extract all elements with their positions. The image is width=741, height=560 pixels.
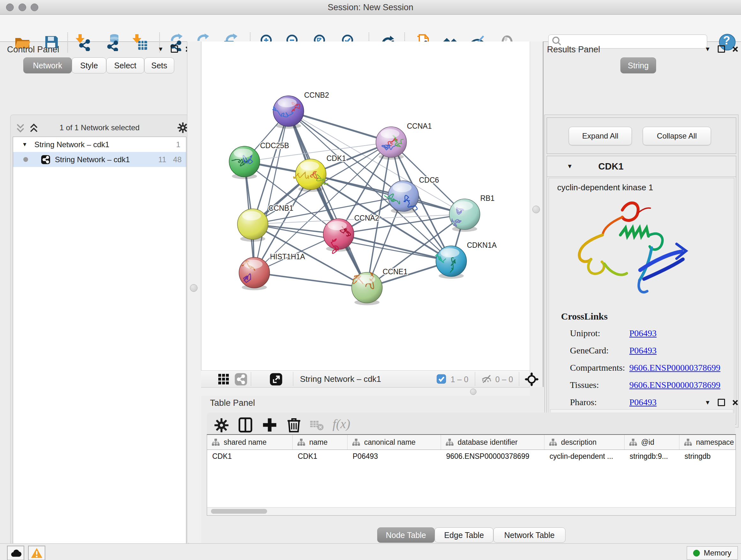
- collapse-panel-icon[interactable]: ▼: [704, 399, 711, 406]
- node-label-CDC25B: CDC25B: [260, 141, 289, 150]
- tab-select[interactable]: Select: [106, 57, 144, 73]
- node-HIST1H1A[interactable]: HIST1H1A: [239, 253, 306, 290]
- network-view-canvas[interactable]: CCNB2CCNA1CDC25BCDK1CDC6RB1CCNB1CCNA2CDK…: [201, 42, 530, 370]
- detach-view-icon[interactable]: [269, 373, 283, 386]
- tab-edge-table[interactable]: Edge Table: [434, 527, 493, 543]
- column-header-name[interactable]: name: [293, 435, 347, 449]
- column-header-label: description: [561, 438, 596, 447]
- float-panel-icon[interactable]: [718, 45, 725, 53]
- crosslink-link[interactable]: P06493: [629, 346, 657, 356]
- edge-CCNB2-CCNA1[interactable]: [288, 111, 391, 142]
- network-graph[interactable]: CCNB2CCNA1CDC25BCDK1CDC6RB1CCNB1CCNA2CDK…: [201, 42, 530, 370]
- crosslink-label: Compartments:: [570, 363, 625, 373]
- column-header-shared-name[interactable]: shared name: [207, 435, 293, 449]
- gene-section-header[interactable]: ▼ CDK1: [547, 156, 736, 177]
- selected-checkbox-icon[interactable]: [436, 374, 446, 384]
- selected-node-edge-counts: 1 – 0: [451, 375, 468, 384]
- collapse-all-button[interactable]: Collapse All: [643, 127, 711, 145]
- scrollbar-thumb[interactable]: [211, 509, 267, 514]
- left-splitter[interactable]: [187, 42, 201, 543]
- close-panel-icon[interactable]: [732, 46, 738, 52]
- float-panel-icon[interactable]: [171, 45, 178, 53]
- column-header-canonical-name[interactable]: canonical name: [347, 435, 441, 449]
- column-header-namespace[interactable]: namespace: [679, 435, 736, 449]
- crosslinks-title: CrossLinks: [561, 311, 608, 322]
- edge-HIST1H1A-CCNE1[interactable]: [254, 273, 367, 288]
- gene-name: CDK1: [598, 161, 623, 172]
- tab-string[interactable]: String: [620, 57, 656, 73]
- gene-description: cyclin-dependent kinase 1: [557, 183, 653, 192]
- tab-sets[interactable]: Sets: [144, 57, 174, 73]
- node-count: 11: [158, 155, 166, 164]
- section-expander-icon[interactable]: ▼: [567, 163, 573, 170]
- column-header-label: canonical name: [364, 438, 415, 447]
- node-label-RB1: RB1: [480, 194, 495, 202]
- column-header-@id[interactable]: @id: [624, 435, 679, 449]
- table-horizontal-scrollbar[interactable]: [207, 507, 736, 515]
- table-row[interactable]: CDK1CDK1P064939606.ENSP00000378699cyclin…: [207, 450, 736, 462]
- string-results-container: Expand All Collapse All ▼ CDK1 cyclin-de…: [544, 115, 738, 428]
- results-panel-window-controls: ▼: [704, 45, 738, 53]
- right-splitter-handle[interactable]: [532, 206, 540, 213]
- control-panel-title: Control Panel: [7, 45, 59, 55]
- network-tree: ▼ String Network – cdk1 1 String Network…: [13, 137, 186, 560]
- column-header-label: @id: [641, 438, 654, 447]
- gene-section-body: cyclin-dependent kinase 1: [549, 178, 734, 417]
- memory-button[interactable]: Memory: [687, 546, 738, 560]
- tree-expander-icon[interactable]: ▼: [22, 141, 27, 148]
- crosslink-link[interactable]: P06493: [629, 328, 657, 338]
- memory-status-dot: [693, 550, 700, 557]
- horizontal-splitter-handle[interactable]: [470, 388, 476, 395]
- horizontal-splitter[interactable]: [201, 387, 530, 396]
- tab-network-table[interactable]: Network Table: [493, 527, 565, 543]
- column-header-label: database identifier: [458, 438, 518, 447]
- application-window: Session: New Session: [0, 0, 741, 560]
- warning-button[interactable]: [28, 546, 45, 560]
- delete-column-icon[interactable]: [286, 416, 302, 433]
- window-title: Session: New Session: [0, 3, 741, 12]
- column-header-label: namespace: [696, 438, 734, 447]
- add-column-icon[interactable]: [262, 417, 278, 433]
- left-splitter-handle[interactable]: [190, 284, 198, 292]
- column-header-database-identifier[interactable]: database identifier: [441, 435, 544, 449]
- crosslink-row: Uniprot:P06493: [549, 325, 734, 342]
- gene-section: ▼ CDK1 cyclin-dependent kinase 1: [547, 156, 736, 425]
- crosslink-link[interactable]: 9606.ENSP00000378699: [629, 363, 720, 373]
- table-cell: stringdb: [679, 450, 736, 462]
- tab-style[interactable]: Style: [72, 57, 106, 73]
- results-panel: Results Panel ▼ String Expand All Collap…: [542, 42, 741, 387]
- edge-CCNB2-CCNE1[interactable]: [288, 111, 367, 288]
- toolbar-separator: [251, 372, 251, 386]
- crosslink-label: GeneCard:: [570, 346, 609, 356]
- collapse-panel-icon[interactable]: ▼: [158, 46, 164, 52]
- close-panel-icon[interactable]: [732, 399, 738, 406]
- status-bar: Memory: [0, 543, 741, 560]
- birds-eye-view-icon[interactable]: [525, 372, 539, 386]
- column-header-description[interactable]: description: [544, 435, 624, 449]
- grid-view-icon[interactable]: [218, 373, 230, 385]
- column-type-icon: [629, 438, 637, 446]
- crosslink-link[interactable]: 9606.ENSP00000378699: [629, 380, 720, 390]
- show-columns-icon[interactable]: [238, 417, 253, 433]
- node-label-CCNB2: CCNB2: [304, 91, 329, 99]
- network-collection-row[interactable]: ▼ String Network – cdk1 1: [13, 137, 186, 152]
- crosslink-row: GeneCard:P06493: [549, 342, 734, 360]
- warning-icon: [30, 547, 43, 559]
- share-view-icon[interactable]: [234, 373, 248, 386]
- float-panel-icon[interactable]: [718, 399, 725, 406]
- right-splitter[interactable]: [530, 42, 543, 387]
- memory-label: Memory: [704, 549, 731, 557]
- tab-node-table[interactable]: Node Table: [377, 527, 434, 543]
- table-settings-gear-icon[interactable]: [214, 418, 229, 433]
- edge-CDK1-RB1[interactable]: [311, 174, 465, 214]
- expand-all-button[interactable]: Expand All: [569, 127, 632, 145]
- network-row-selected[interactable]: String Network – cdk1 11 48: [13, 152, 186, 167]
- node-label-CCNA1: CCNA1: [407, 122, 432, 130]
- cloud-button[interactable]: [7, 546, 24, 560]
- node-CDC25B[interactable]: CDC25B: [229, 141, 289, 179]
- collapse-panel-icon[interactable]: ▼: [704, 46, 711, 52]
- node-RB1[interactable]: RB1: [449, 194, 495, 232]
- node-label-CDKN1A: CDKN1A: [467, 241, 497, 249]
- node-table: shared namenamecanonical namedatabase id…: [207, 434, 736, 516]
- tab-network[interactable]: Network: [23, 57, 72, 73]
